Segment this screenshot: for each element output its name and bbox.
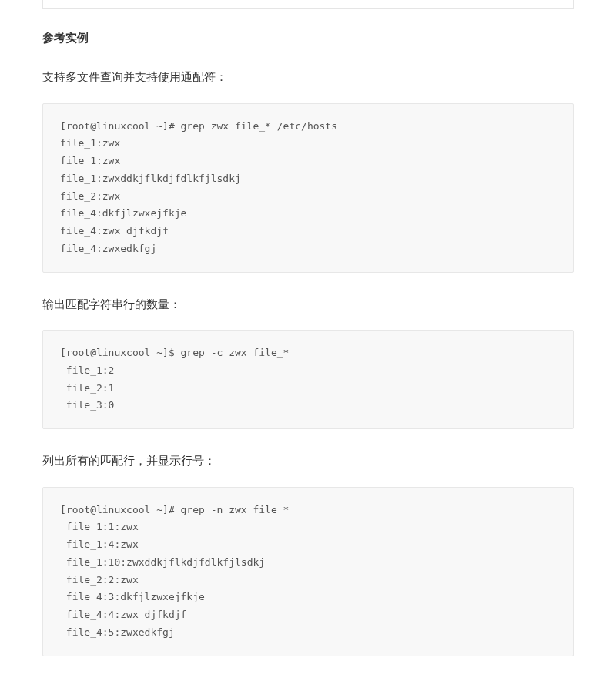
table-bottom-border (42, 0, 574, 9)
code-block: [root@linuxcool ~]$ grep -c zwx file_* f… (42, 330, 574, 429)
article-content: 参考实例 支持多文件查询并支持使用通配符： [root@linuxcool ~]… (0, 31, 616, 678)
example-description: 输出匹配字符串行的数量： (42, 296, 574, 314)
code-block: [root@linuxcool ~]# grep zwx file_* /etc… (42, 103, 574, 273)
code-block: [root@linuxcool ~]# grep -n zwx file_* f… (42, 487, 574, 656)
section-heading: 参考实例 (42, 31, 574, 45)
example-description: 支持多文件查询并支持使用通配符： (42, 69, 574, 86)
example-description: 列出所有的匹配行，并显示行号： (42, 452, 574, 470)
